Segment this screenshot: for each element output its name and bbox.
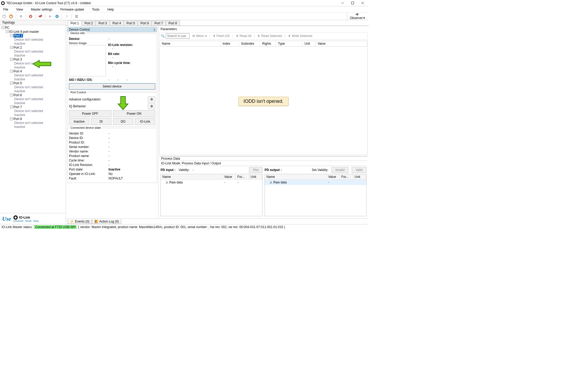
tree-expander[interactable]: − bbox=[10, 58, 13, 61]
window-title: TEConcept GmbH - IO-Link Control Tool (C… bbox=[6, 1, 337, 5]
tree-port[interactable]: Port 7 bbox=[13, 105, 22, 109]
events-tab[interactable]: ⚡Events (0) bbox=[68, 219, 92, 224]
toolbar-play-icon[interactable] bbox=[47, 13, 53, 19]
parameters-search-input[interactable] bbox=[166, 33, 190, 39]
port-tab[interactable]: Port 7 bbox=[152, 21, 166, 26]
tree-expander[interactable]: − bbox=[10, 117, 13, 120]
pd-output-raw-row[interactable]: ⚠ Raw data - bbox=[265, 180, 366, 185]
svg-marker-13 bbox=[49, 15, 51, 18]
invalid-button[interactable]: Invalid bbox=[332, 167, 349, 173]
iq-behavior-label: IQ Behavior: bbox=[69, 104, 146, 108]
search-icon: 🔍 bbox=[161, 34, 165, 38]
fetch-ds-button[interactable]: ⬆Fetch DS bbox=[213, 34, 230, 38]
do-button[interactable]: DO bbox=[113, 118, 133, 125]
port-tab[interactable]: Port 8 bbox=[166, 21, 180, 26]
tree-expander[interactable]: − bbox=[10, 46, 13, 49]
tree-expander[interactable]: − bbox=[10, 105, 13, 108]
svg-rect-18 bbox=[75, 16, 78, 17]
eye-icon: 👁 bbox=[355, 13, 359, 16]
status-connection: Connected at FTDI USB-SPI bbox=[34, 225, 77, 229]
advance-config-label: Advance configuration: bbox=[69, 98, 146, 101]
di-button[interactable]: DI bbox=[91, 118, 111, 125]
tree-port[interactable]: Port 5 bbox=[13, 81, 22, 85]
maximize-button[interactable] bbox=[347, 0, 357, 6]
tree-expander[interactable]: − bbox=[10, 34, 13, 37]
app-logo-icon bbox=[1, 1, 5, 5]
iolink-button[interactable]: IO-Link bbox=[135, 118, 155, 125]
menu-tools[interactable]: Tools bbox=[91, 7, 101, 12]
menu-help[interactable]: Help bbox=[106, 7, 116, 12]
tree-port-sub: Device isn't selected bbox=[14, 38, 43, 41]
port-tab[interactable]: Port 6 bbox=[138, 21, 152, 26]
minimize-button[interactable] bbox=[337, 0, 347, 6]
toolbar-list-icon[interactable] bbox=[73, 13, 80, 19]
tree-port[interactable]: Port 6 bbox=[13, 93, 22, 97]
close-button[interactable] bbox=[357, 0, 368, 6]
toolbar-power-icon[interactable] bbox=[1, 13, 7, 19]
menu-view[interactable]: View bbox=[15, 7, 25, 12]
write-selected-button[interactable]: ⬇Write Selected bbox=[288, 34, 312, 38]
status-bar: IO-Link Master status: Connected at FTDI… bbox=[0, 224, 369, 229]
title-bar: TEConcept GmbH - IO-Link Control Tool (C… bbox=[0, 0, 369, 6]
pd-input-raw-row[interactable]: ⚠ Raw data - - bbox=[161, 180, 262, 185]
parameters-header: Parameters bbox=[159, 27, 368, 31]
toolbar-cancel-icon[interactable] bbox=[27, 13, 34, 19]
pin-icon[interactable]: ▯ bbox=[154, 28, 155, 31]
inactive-button[interactable]: Inactive bbox=[69, 118, 89, 125]
menu-file[interactable]: File bbox=[2, 7, 10, 12]
right-column: Parameters 🔍 ⚙Menu ▾ | ⬆Fetch DS | ⬆Read… bbox=[158, 26, 369, 218]
tree-port-sub: Inactive bbox=[14, 66, 25, 69]
valid-button[interactable]: Valid bbox=[352, 167, 366, 173]
tree-expander[interactable]: − bbox=[10, 82, 13, 85]
read-selected-button[interactable]: ⬆Read Selected bbox=[257, 34, 282, 38]
tree-expander[interactable]: − bbox=[10, 70, 13, 73]
port-tab[interactable]: Port 5 bbox=[124, 21, 138, 26]
chevron-down-icon: ▾ bbox=[363, 16, 365, 20]
select-device-button[interactable]: Select device bbox=[69, 83, 155, 90]
tree-root[interactable]: PC bbox=[5, 26, 10, 30]
tree-port-sub: Device isn't selected bbox=[14, 73, 43, 77]
tree-port[interactable]: Port 4 bbox=[13, 70, 22, 73]
action-log-tab[interactable]: 📙Action Log (0) bbox=[92, 219, 121, 224]
advance-config-button[interactable]: ⚙ bbox=[148, 96, 155, 102]
topology-tree[interactable]: − PC− IO-Link 8 port master− Port 1Devic… bbox=[0, 25, 66, 213]
read-all-button[interactable]: ⬆Read All bbox=[236, 34, 251, 38]
plot-button[interactable]: Plot bbox=[249, 167, 262, 173]
tree-port[interactable]: Port 2 bbox=[13, 46, 22, 49]
observer-label: Observer bbox=[350, 16, 363, 20]
port-tab[interactable]: Port 4 bbox=[110, 21, 124, 26]
pd-input-panel: PD input : Validity: - Plot Name Value bbox=[161, 167, 262, 216]
port-tab[interactable]: Port 2 bbox=[82, 21, 96, 26]
toolbar-gear-icon[interactable]: ⚙ bbox=[18, 13, 24, 19]
toolbar-link-icon[interactable]: ⚲ bbox=[64, 13, 70, 19]
power-on-button[interactable]: Power ON bbox=[113, 110, 156, 117]
toolbar-disconnect-icon[interactable] bbox=[37, 13, 44, 19]
brand-footer: Use IO-Link Universal · Smart · Easy bbox=[0, 213, 66, 224]
port-tab[interactable]: Port 1 bbox=[68, 21, 82, 26]
toolbar-pause-icon[interactable] bbox=[54, 13, 60, 19]
tree-port[interactable]: Port 1 bbox=[13, 34, 23, 38]
menu-firmware-update[interactable]: Firmware update bbox=[59, 7, 86, 12]
svg-point-22 bbox=[15, 216, 17, 219]
power-off-button[interactable]: Power OFF bbox=[69, 110, 111, 117]
use-logo: Use bbox=[2, 215, 11, 222]
toolbar-stop-icon[interactable] bbox=[8, 13, 14, 19]
iq-behavior-button[interactable]: ⚙ bbox=[148, 103, 155, 109]
tree-port-sub: Inactive bbox=[14, 89, 25, 93]
port-tab[interactable]: Port 3 bbox=[96, 21, 110, 26]
parameters-menu-button[interactable]: ⚙Menu ▾ bbox=[192, 34, 207, 38]
port-tabs: Port 1Port 2Port 3Port 4Port 5Port 6Port… bbox=[66, 20, 369, 26]
tree-expander[interactable]: − bbox=[6, 30, 9, 33]
tree-expander[interactable]: − bbox=[2, 26, 4, 29]
status-label: IO-Link Master status: bbox=[2, 225, 32, 229]
observer-mode[interactable]: 👁 Observer▾ bbox=[347, 13, 368, 20]
tree-port[interactable]: Port 3 bbox=[13, 58, 22, 61]
device-control-column: Device Control ▯ Device info Device:- De… bbox=[66, 26, 158, 218]
tree-expander[interactable]: − bbox=[10, 94, 13, 96]
warning-icon: ⚠ bbox=[270, 181, 272, 184]
parameters-table-body: IODD isn't opened. bbox=[159, 48, 368, 155]
status-details: ( vendor: Maxim Integrated, product name… bbox=[78, 225, 285, 229]
tree-port[interactable]: Port 8 bbox=[13, 117, 22, 121]
tree-master[interactable]: IO-Link 8 port master bbox=[9, 30, 39, 34]
menu-master-settings[interactable]: Master settings bbox=[29, 7, 54, 12]
